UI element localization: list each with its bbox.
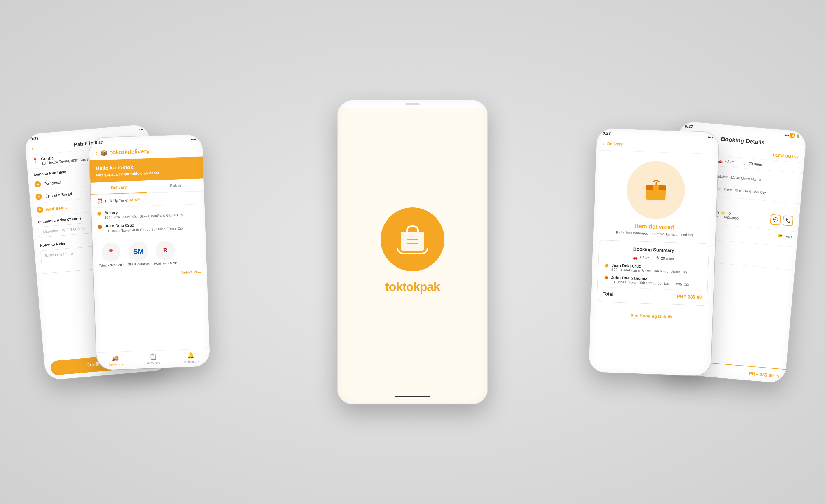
distance-item: 🚗 7.3km (633, 255, 650, 260)
star-icon: ⭐ (721, 211, 725, 215)
battery-icon-right2: 🔋 (796, 134, 801, 138)
speaker (405, 103, 420, 105)
pickup-dot (97, 211, 101, 215)
summary-total-label: Total (603, 291, 614, 297)
activities-icon: 📋 (150, 353, 157, 360)
call-rider-btn[interactable]: 📞 (782, 215, 794, 226)
distance-icon: 🚗 (633, 255, 638, 260)
add-plus-icon: + (36, 206, 44, 213)
add-items-label: Add Items (46, 205, 67, 212)
wallet-icon: 💳 (778, 233, 782, 238)
item-spanish-bread: Spanish Bread (45, 191, 72, 198)
vendor-robinsons[interactable]: R Robinsons Malls (153, 240, 178, 265)
delivery-logo-icon: 📦 (100, 149, 107, 156)
nav-activities[interactable]: 📋 Activities (134, 352, 172, 365)
route-section: Bakery 10F Inoza Tower, 40th Street, Bon… (91, 204, 206, 241)
rider-rating: ⭐ 4.0 (721, 211, 731, 216)
box-svg (643, 176, 669, 203)
booking-summary-card: Booking Summary 🚗 7.3km ⏱ 20 mins (597, 240, 709, 306)
logo-svg (394, 221, 431, 258)
total-right: PHP 280.00 ∧ (749, 370, 780, 379)
summary-total-amount: PHP 280.00 (677, 293, 702, 300)
remove-pandesal-btn[interactable]: − (34, 181, 41, 188)
status-icons-left1: ▪▪▪ (139, 127, 143, 132)
chevron-up-icon[interactable]: ∧ (776, 373, 780, 379)
notifications-label: Notifications (182, 359, 200, 363)
back-btn-left2[interactable]: ‹ (95, 150, 97, 156)
booking-time: ⏱ 20 mins (743, 161, 762, 167)
summary-pickup: Juan Dela Cruz B20 L1, Mahogany Street, … (605, 263, 702, 275)
status-time-left1: 9:27 (30, 136, 39, 141)
booking-time-val: 20 mins (749, 161, 762, 167)
notch-area (338, 100, 487, 108)
clock-icon: ⏰ (97, 198, 103, 204)
vendor-sm[interactable]: SM SM Supermalls (127, 241, 150, 266)
booking-time-icon: ⏱ (743, 161, 747, 165)
robinsons-logo: R (163, 247, 167, 253)
delivery-app-name: toktokdelivery (110, 148, 150, 156)
vendor-sm-label: SM Supermalls (128, 262, 150, 266)
signal-icon-left1: ▪▪▪ (139, 127, 143, 132)
vendor-whats-near-label: What's Near Me? (99, 263, 124, 267)
distance-value: 7.3km (639, 255, 650, 260)
svg-rect-0 (401, 232, 424, 251)
delivery-id-value: D1F4HJM1H7 (773, 152, 799, 159)
phone-delivery-status: 9:27 ▪▪▪▪ ‹ Delivery (588, 128, 719, 376)
booking-distance-icon: 🚗 (718, 158, 723, 163)
nav-deliveries[interactable]: 🚚 Deliveries (96, 354, 134, 367)
booking-summary-title: Booking Summary (604, 245, 703, 254)
tab-pabili[interactable]: Pabili (147, 178, 204, 193)
summary-dropoff: John Doe Sanchez 10F Inoza Tower, 40th S… (604, 275, 701, 287)
tab-delivery[interactable]: Delivery (90, 180, 147, 195)
pickup-dot (605, 264, 608, 267)
notifications-icon: 🔔 (187, 351, 195, 359)
booking-distance-val: 7.3km (724, 159, 735, 164)
app-logo-text: toktokpak (385, 280, 440, 294)
location-pin-icon: 📍 (32, 157, 39, 163)
nav-notifications[interactable]: 🔔 Notifications (172, 351, 210, 364)
wifi-icon-right2: 📶 (790, 133, 795, 138)
status-icons-right2: ▪▪▪ 📶 🔋 (784, 132, 801, 138)
robinsons-logo-circle: R (156, 240, 175, 260)
phone-toktokdelivery: 9:27 ▪▪▪▪ ‹ 📦 toktokdelivery Hello ka-to… (89, 134, 210, 370)
vendor-row: 📍 What's Near Me? SM SM Supermalls R Rob… (92, 237, 206, 270)
booking-total-amount: PHP 280.00 (749, 371, 774, 378)
dropoff-route-item: Juan Dela Cruz 10F Inoza Tower, 40th Str… (98, 220, 200, 233)
delivered-circle (626, 160, 686, 220)
vendor-robinsons-label: Robinsons Malls (154, 261, 177, 265)
sm-logo: SM (133, 247, 144, 255)
whats-near-icon: 📍 (101, 242, 121, 262)
cash-label: Cash (783, 234, 792, 239)
status-icons-left2: ▪▪▪▪ (191, 137, 197, 141)
scene: 9:27 ▪▪▪ ‹ Pabili Informa 📍 Contis 10F I… (0, 0, 825, 504)
back-button-left1[interactable]: ‹ (31, 145, 34, 152)
activities-label: Activities (147, 361, 160, 365)
summary-route: Juan Dela Cruz B20 L1, Mahogany Street, … (603, 263, 703, 287)
status-time-left2: 9:27 (95, 140, 103, 145)
signal-icon-left2: ▪▪▪▪ (191, 137, 197, 141)
status-time-right2: 9:27 (685, 123, 693, 129)
deliveries-icon: 🚚 (112, 354, 119, 361)
hello-banner: Hello ka-toktok! May ipapadala? Ipa-tokt… (90, 156, 204, 182)
chat-rider-btn[interactable]: 💬 (770, 214, 781, 225)
summary-total-row: Total PHP 280.00 (603, 287, 702, 300)
select-vendor-text: Select Ve... (181, 269, 201, 274)
distance-row: 🚗 7.3km ⏱ 20 mins (604, 254, 703, 262)
phone-center-splash: toktokpak (337, 100, 488, 405)
signal-icon-right1: ▪▪▪▪ (707, 134, 713, 139)
vendor-whats-near[interactable]: 📍 What's Near Me? (98, 242, 124, 267)
home-indicator-container (338, 394, 487, 404)
banner-bold: Ipa-toktok (124, 171, 142, 176)
back-btn-right1[interactable]: ‹ (602, 140, 604, 147)
time-icon: ⏱ (655, 256, 659, 260)
pickup-route-item: Bakery 10F Inoza Tower, 40th Street, Bon… (97, 207, 199, 220)
home-indicator (395, 396, 430, 397)
see-booking-btn[interactable]: See Booking Details (590, 307, 712, 325)
deliveries-label: Deliveries (108, 362, 123, 366)
status-icons-right1: ▪▪▪▪ (707, 134, 713, 139)
time-item: ⏱ 20 mins (655, 256, 674, 261)
spacer (94, 276, 209, 352)
item-pandesal: Pandesal (44, 180, 62, 186)
svg-rect-5 (653, 185, 659, 190)
remove-spanish-bread-btn[interactable]: − (35, 193, 43, 200)
